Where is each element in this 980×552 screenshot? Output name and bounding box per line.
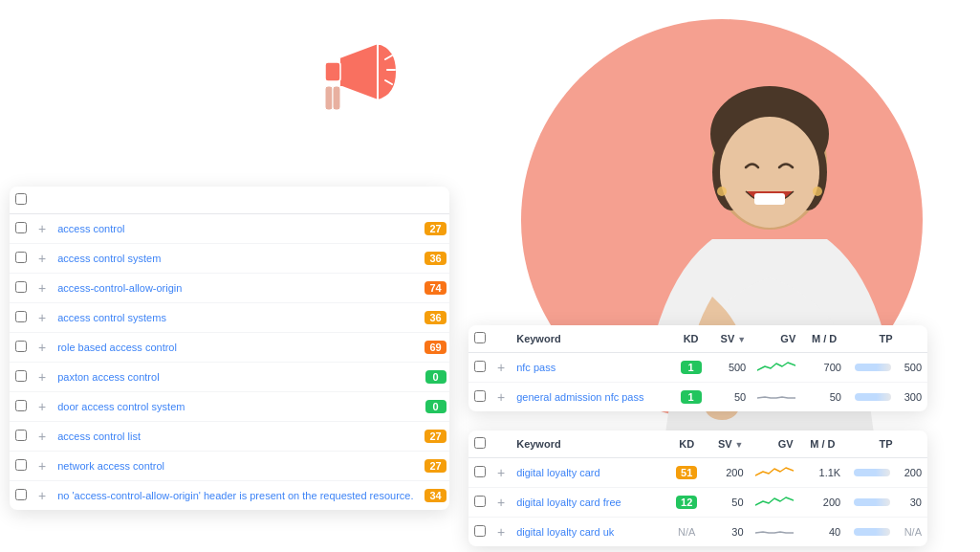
row-add[interactable]: + <box>33 274 52 303</box>
kd-cell: 27 <box>419 452 449 481</box>
row-checkbox[interactable] <box>10 452 33 481</box>
keyword-cell[interactable]: access-control-allow-origin <box>52 274 419 303</box>
keyword-link[interactable]: access-control-allow-origin <box>57 282 182 294</box>
table-row: + network access control 27 400 10K 150 <box>10 452 449 481</box>
keyword-cell[interactable]: access control system <box>52 244 419 274</box>
kd-cell: 34 <box>419 481 449 511</box>
nfc-md-header[interactable]: M / D <box>801 325 847 353</box>
kd-cell: 1 <box>671 353 710 383</box>
keyword-link[interactable]: network access control <box>57 460 164 472</box>
keyword-cell[interactable]: role based access control <box>52 333 419 363</box>
select-all-checkbox[interactable] <box>10 187 33 214</box>
loyalty-md-header[interactable]: M / D <box>799 431 847 458</box>
keyword-cell[interactable]: digital loyalty card <box>511 458 666 488</box>
row-add[interactable]: + <box>33 392 52 422</box>
keyword-link[interactable]: digital loyalty card uk <box>516 526 614 538</box>
row-checkbox[interactable] <box>468 488 491 518</box>
tp-cell: N/A <box>899 518 927 547</box>
table-row: + access control list 27 400 11K 200 <box>10 422 449 452</box>
row-add[interactable]: + <box>33 452 52 481</box>
kd-cell: 27 <box>419 214 449 244</box>
keyword-link[interactable]: access control systems <box>57 312 166 323</box>
row-add[interactable]: + <box>33 303 52 333</box>
keyword-link[interactable]: role based access control <box>57 342 177 353</box>
keyword-cell[interactable]: paxton access control <box>52 363 419 392</box>
keyword-link[interactable]: access control list <box>57 431 141 442</box>
keyword-cell[interactable]: network access control <box>52 452 419 481</box>
keyword-cell[interactable]: digital loyalty card free <box>511 488 666 518</box>
keyword-cell[interactable]: access control systems <box>52 303 419 333</box>
keyword-link[interactable]: access control <box>57 223 124 234</box>
md-cell <box>847 353 899 383</box>
row-add[interactable]: + <box>33 244 52 274</box>
loyalty-sv-header[interactable]: SV ▼ <box>707 431 749 458</box>
tp-cell: 200 <box>899 458 927 488</box>
nfc-gv-header[interactable]: GV <box>751 325 801 353</box>
table-row: + nfc pass 1 500 700 500 <box>468 353 927 383</box>
row-checkbox[interactable] <box>10 481 33 511</box>
row-checkbox[interactable] <box>10 422 33 452</box>
row-add[interactable]: + <box>33 481 52 511</box>
row-add[interactable]: + <box>491 383 511 412</box>
row-add[interactable]: + <box>491 488 511 518</box>
megaphone-icon <box>306 38 402 124</box>
svg-line-10 <box>306 67 323 72</box>
kd-cell: 0 <box>419 392 449 422</box>
tp-cell: 30 <box>899 488 927 518</box>
nfc-kd-header[interactable]: KD <box>671 325 710 353</box>
row-checkbox[interactable] <box>10 392 33 422</box>
row-add[interactable]: + <box>33 333 52 363</box>
table-row: + access control systems 36 600 12K 150 <box>10 303 449 333</box>
loyalty-keyword-table: Keyword KD SV ▼ GV M / D TP + digital lo… <box>468 431 927 546</box>
keyword-cell[interactable]: door access control system <box>52 392 419 422</box>
table-row: + role based access control 69 500 10K 2… <box>10 333 449 363</box>
loyalty-gv-header[interactable]: GV <box>750 431 799 458</box>
keyword-link[interactable]: digital loyalty card <box>516 467 599 478</box>
row-checkbox[interactable] <box>10 274 33 303</box>
keyword-link[interactable]: paxton access control <box>57 371 159 383</box>
svg-line-9 <box>311 43 325 53</box>
row-checkbox[interactable] <box>10 303 33 333</box>
keyword-link[interactable]: general admission nfc pass <box>516 391 643 403</box>
kd-cell: 74 <box>419 274 449 303</box>
nfc-tp-header[interactable]: TP <box>847 325 899 353</box>
row-checkbox[interactable] <box>468 518 491 547</box>
loyalty-tp-header[interactable]: TP <box>846 431 898 458</box>
keyword-cell[interactable]: general admission nfc pass <box>511 383 671 412</box>
row-checkbox[interactable] <box>468 458 491 488</box>
row-add[interactable]: + <box>33 363 52 392</box>
table-row: + no 'access-control-allow-origin' heade… <box>10 481 449 511</box>
nfc-select-all[interactable] <box>468 325 491 353</box>
sv-cell: 500 <box>710 353 751 383</box>
row-checkbox[interactable] <box>10 214 33 244</box>
row-checkbox[interactable] <box>10 363 33 392</box>
keyword-link[interactable]: digital loyalty card free <box>516 497 621 508</box>
loyalty-kd-header[interactable]: KD <box>666 431 707 458</box>
keyword-cell[interactable]: access control <box>52 214 419 244</box>
row-add[interactable]: + <box>33 214 52 244</box>
row-checkbox[interactable] <box>468 383 491 412</box>
svg-point-6 <box>813 187 822 196</box>
keyword-link[interactable]: no 'access-control-allow-origin' header … <box>57 490 413 501</box>
row-checkbox[interactable] <box>10 244 33 274</box>
keyword-cell[interactable]: nfc pass <box>511 353 671 383</box>
main-keyword-table: ▼ + access control 27 1.7K 47K 250 + acc… <box>10 187 449 510</box>
row-add[interactable]: + <box>491 518 511 547</box>
nfc-sv-header[interactable]: SV ▼ <box>710 325 751 353</box>
table-row: + access control system 36 900 19K 200 <box>10 244 449 274</box>
row-checkbox[interactable] <box>468 353 491 383</box>
svg-point-4 <box>720 117 819 228</box>
keyword-link[interactable]: access control system <box>57 253 161 264</box>
row-add[interactable]: + <box>491 353 511 383</box>
row-add[interactable]: + <box>491 458 511 488</box>
keyword-cell[interactable]: no 'access-control-allow-origin' header … <box>52 481 419 511</box>
keyword-link[interactable]: door access control system <box>57 401 185 412</box>
row-checkbox[interactable] <box>10 333 33 363</box>
loyalty-select-all[interactable] <box>468 431 491 458</box>
table-row: + general admission nfc pass 1 50 50 300 <box>468 383 927 412</box>
kd-header[interactable] <box>419 187 449 214</box>
keyword-cell[interactable]: access control list <box>52 422 419 452</box>
keyword-link[interactable]: nfc pass <box>516 362 555 373</box>
keyword-cell[interactable]: digital loyalty card uk <box>511 518 666 547</box>
row-add[interactable]: + <box>33 422 52 452</box>
